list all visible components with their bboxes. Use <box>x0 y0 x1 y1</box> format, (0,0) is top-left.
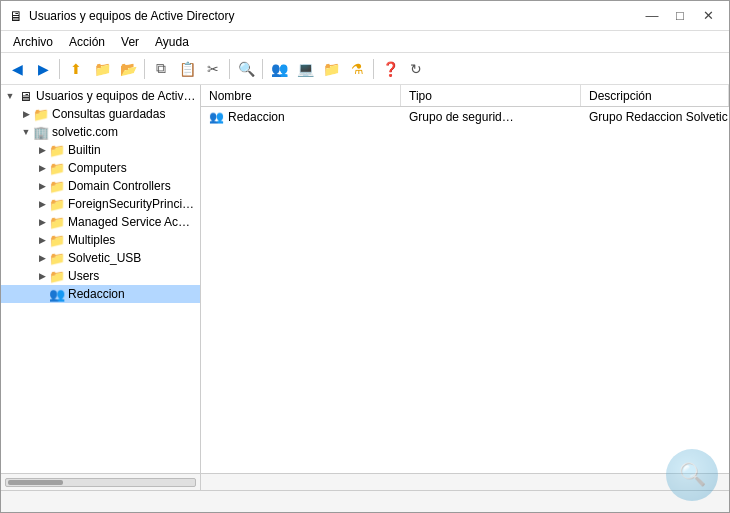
saved-queries-label: Consultas guardadas <box>52 107 165 121</box>
filter-button[interactable]: ⚗ <box>345 57 369 81</box>
solvetic-usb-label: Solvetic_USB <box>68 251 141 265</box>
multiples-icon: 📁 <box>49 232 65 248</box>
toolbar: ◀ ▶ ⬆ 📁 📂 ⧉ 📋 ✂ 🔍 👥 💻 📁 ⚗ ❓ ↻ <box>1 53 729 85</box>
forward-button[interactable]: ▶ <box>31 57 55 81</box>
expander-users: ▶ <box>35 269 49 283</box>
toolbar-sep-4 <box>262 59 263 79</box>
back-button[interactable]: ◀ <box>5 57 29 81</box>
foreign-security-label: ForeignSecurityPrincipals <box>68 197 196 211</box>
expander-redaccion <box>35 287 49 301</box>
col-header-description[interactable]: Descripción <box>581 85 729 106</box>
builtin-label: Builtin <box>68 143 101 157</box>
maximize-button[interactable]: □ <box>667 5 693 27</box>
redaccion-icon: 👥 <box>49 286 65 302</box>
computer-button[interactable]: 💻 <box>293 57 317 81</box>
domain-controllers-icon: 📁 <box>49 178 65 194</box>
redaccion-label: Redaccion <box>68 287 125 301</box>
paste-button[interactable]: 📋 <box>175 57 199 81</box>
solvetic-label: solvetic.com <box>52 125 118 139</box>
expander-solvetic: ▼ <box>19 125 33 139</box>
tree-node-builtin[interactable]: ▶ 📁 Builtin <box>1 141 200 159</box>
main-window: 🖥 Usuarios y equipos de Active Directory… <box>0 0 730 513</box>
expander-foreign-security: ▶ <box>35 197 49 211</box>
tree-scroll <box>1 474 201 490</box>
foreign-security-icon: 📁 <box>49 196 65 212</box>
cell-name: 👥 Redaccion <box>201 110 401 124</box>
cell-type: Grupo de segurid… <box>401 110 581 124</box>
main-content: ▼ 🖥 Usuarios y equipos de Active Di… ▶ 📁… <box>1 85 729 473</box>
delete-button[interactable]: ✂ <box>201 57 225 81</box>
window-title: Usuarios y equipos de Active Directory <box>29 9 234 23</box>
group-button[interactable]: 📁 <box>319 57 343 81</box>
status-bar <box>1 490 729 512</box>
expander-computers: ▶ <box>35 161 49 175</box>
builtin-icon: 📁 <box>49 142 65 158</box>
col-header-name[interactable]: Nombre <box>201 85 401 106</box>
tree-node-redaccion[interactable]: 👥 Redaccion <box>1 285 200 303</box>
tree-node-users[interactable]: ▶ 📁 Users <box>1 267 200 285</box>
users-tree-icon: 📁 <box>49 268 65 284</box>
root-label: Usuarios y equipos de Active Di… <box>36 89 196 103</box>
refresh-button[interactable]: ↻ <box>404 57 428 81</box>
window-icon: 🖥 <box>9 8 23 24</box>
scroll-thumb[interactable] <box>8 480 63 485</box>
expander-builtin: ▶ <box>35 143 49 157</box>
users-button[interactable]: 👥 <box>267 57 291 81</box>
scroll-track[interactable] <box>5 478 196 487</box>
tree-node-multiples[interactable]: ▶ 📁 Multiples <box>1 231 200 249</box>
menu-bar: Archivo Acción Ver Ayuda <box>1 31 729 53</box>
solvetic-icon: 🏢 <box>33 124 49 140</box>
row-name: Redaccion <box>228 110 285 124</box>
tree-node-saved-queries[interactable]: ▶ 📁 Consultas guardadas <box>1 105 200 123</box>
multiples-label: Multiples <box>68 233 115 247</box>
tree-node-computers[interactable]: ▶ 📁 Computers <box>1 159 200 177</box>
expander-root: ▼ <box>3 89 17 103</box>
menu-accion[interactable]: Acción <box>61 33 113 51</box>
title-bar: 🖥 Usuarios y equipos de Active Directory… <box>1 1 729 31</box>
expander-domain-controllers: ▶ <box>35 179 49 193</box>
toolbar-sep-3 <box>229 59 230 79</box>
title-bar-left: 🖥 Usuarios y equipos de Active Directory <box>9 8 234 24</box>
managed-service-label: Managed Service Accoun… <box>68 215 196 229</box>
menu-archivo[interactable]: Archivo <box>5 33 61 51</box>
expander-multiples: ▶ <box>35 233 49 247</box>
menu-ayuda[interactable]: Ayuda <box>147 33 197 51</box>
minimize-button[interactable]: — <box>639 5 665 27</box>
search-button[interactable]: 🔍 <box>234 57 258 81</box>
copy-button[interactable]: ⧉ <box>149 57 173 81</box>
list-row[interactable]: 👥 Redaccion Grupo de segurid… Grupo Reda… <box>201 107 729 127</box>
domain-controllers-label: Domain Controllers <box>68 179 171 193</box>
column-headers: Nombre Tipo Descripción <box>201 85 729 107</box>
title-buttons: — □ ✕ <box>639 5 721 27</box>
tree-node-domain-controllers[interactable]: ▶ 📁 Domain Controllers <box>1 177 200 195</box>
help-button[interactable]: ❓ <box>378 57 402 81</box>
bottom-bar <box>1 473 729 490</box>
computers-icon: 📁 <box>49 160 65 176</box>
tree-node-solvetic[interactable]: ▼ 🏢 solvetic.com <box>1 123 200 141</box>
toolbar-sep-2 <box>144 59 145 79</box>
col-header-type[interactable]: Tipo <box>401 85 581 106</box>
close-button[interactable]: ✕ <box>695 5 721 27</box>
tree-node-foreign-security[interactable]: ▶ 📁 ForeignSecurityPrincipals <box>1 195 200 213</box>
tree-node-solvetic-usb[interactable]: ▶ 📁 Solvetic_USB <box>1 249 200 267</box>
folder-new-button[interactable]: 📂 <box>116 57 140 81</box>
tree-node-managed-service[interactable]: ▶ 📁 Managed Service Accoun… <box>1 213 200 231</box>
row-icon: 👥 <box>209 110 224 124</box>
computers-label: Computers <box>68 161 127 175</box>
tree-node-root[interactable]: ▼ 🖥 Usuarios y equipos de Active Di… <box>1 87 200 105</box>
list-area: 👥 Redaccion Grupo de segurid… Grupo Reda… <box>201 107 729 473</box>
managed-service-icon: 📁 <box>49 214 65 230</box>
root-icon: 🖥 <box>17 88 33 104</box>
right-panel: Nombre Tipo Descripción 👥 Redaccion Grup… <box>201 85 729 473</box>
expander-solvetic-usb: ▶ <box>35 251 49 265</box>
folder-open-button[interactable]: 📁 <box>90 57 114 81</box>
toolbar-sep-5 <box>373 59 374 79</box>
users-label: Users <box>68 269 99 283</box>
toolbar-sep-1 <box>59 59 60 79</box>
expander-managed-service: ▶ <box>35 215 49 229</box>
tree-panel: ▼ 🖥 Usuarios y equipos de Active Di… ▶ 📁… <box>1 85 201 473</box>
saved-queries-icon: 📁 <box>33 106 49 122</box>
folder-up-button[interactable]: ⬆ <box>64 57 88 81</box>
cell-description: Grupo Redaccion Solvetic <box>581 110 729 124</box>
menu-ver[interactable]: Ver <box>113 33 147 51</box>
